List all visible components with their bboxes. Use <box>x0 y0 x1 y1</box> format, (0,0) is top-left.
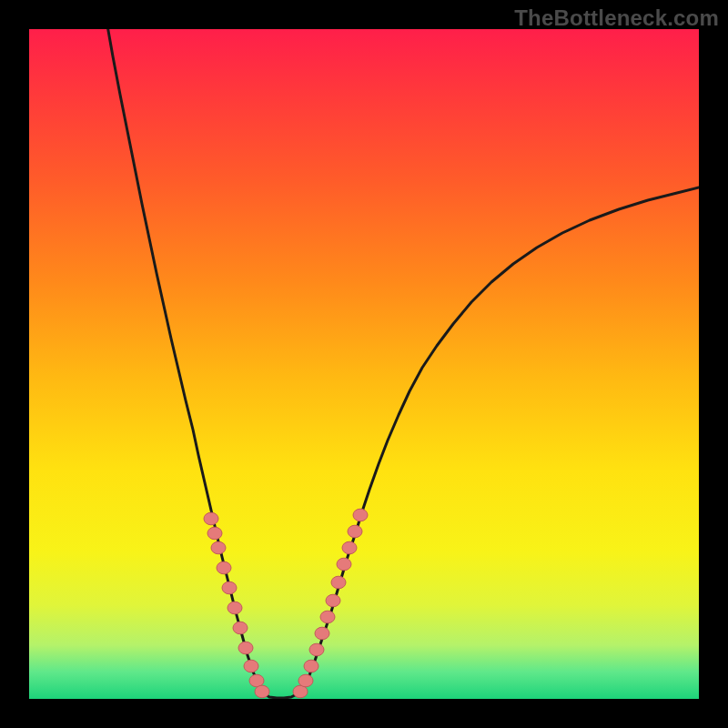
curve-bead <box>320 611 335 623</box>
curve-bead <box>222 581 237 594</box>
curve-bead <box>315 627 329 640</box>
curve-bead <box>331 576 346 589</box>
curve-bead <box>204 512 218 525</box>
curve-bead <box>304 660 318 672</box>
curve-bead <box>244 660 258 672</box>
chart-frame: TheBottleneck.com <box>0 0 728 728</box>
curve-bead <box>353 509 368 521</box>
curve-bead <box>233 622 248 634</box>
curve-bead <box>348 525 362 538</box>
curve-bead <box>298 674 313 687</box>
chart-plot-area <box>29 29 699 699</box>
curve-bead <box>342 541 357 554</box>
curve-bead <box>228 602 242 614</box>
curve-bead <box>337 558 351 571</box>
curve-beads-left <box>204 512 269 698</box>
curve-bead <box>238 642 253 654</box>
chart-svg <box>29 29 699 699</box>
curve-bead <box>207 527 222 540</box>
attribution-label: TheBottleneck.com <box>514 5 719 31</box>
curve-beads-right <box>293 509 368 698</box>
curve-bead <box>255 685 269 698</box>
curve-bead <box>309 643 324 656</box>
curve-bead <box>217 561 231 574</box>
curve-bead <box>211 541 226 554</box>
bottleneck-curve <box>107 29 699 698</box>
curve-bead <box>326 594 340 607</box>
